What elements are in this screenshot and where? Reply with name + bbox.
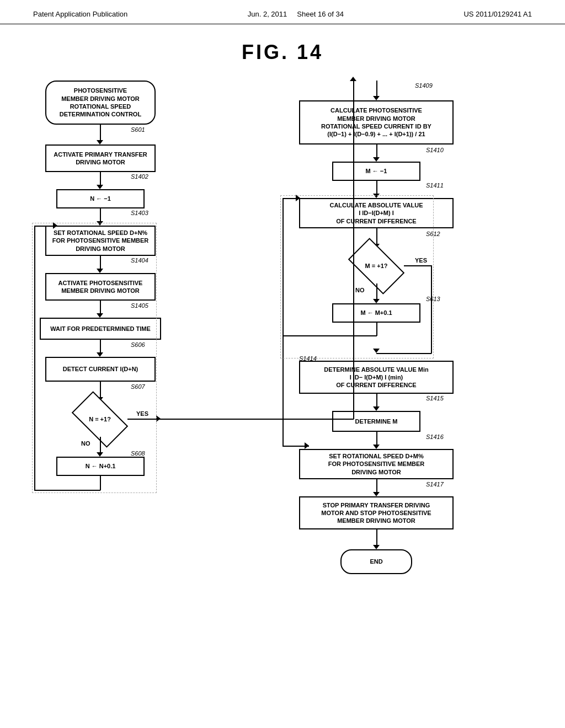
- arrowhead-s1416-s1417: [373, 492, 380, 496]
- header-date: Jun. 2, 2011: [248, 10, 287, 18]
- arrowhead-yes-s607-up: [350, 77, 356, 81]
- box-s1409: CALCULATE PHOTOSENSITIVEMEMBER DRIVING M…: [299, 100, 454, 144]
- arrow-top-s1409: [376, 81, 377, 97]
- arrowhead-s1414-s1415: [373, 406, 380, 411]
- header-sheet: Sheet 16 of 34: [297, 10, 344, 18]
- box-s1414: DETERMINE ABSOLUTE VALUE MinI ID− I(D+M)…: [299, 361, 454, 394]
- box-n-assign: N ← −1: [56, 189, 145, 208]
- label-s1416: S1416: [426, 433, 444, 440]
- label-s1415: S1415: [426, 395, 444, 402]
- box-s1415: DETERMINE M: [332, 411, 420, 432]
- label-s601: S601: [131, 126, 145, 133]
- figure-title: FIG. 14: [0, 41, 565, 64]
- header-right: US 2011/0129241 A1: [463, 10, 532, 18]
- arrowhead-rloop: [305, 442, 309, 449]
- diagram-container: PHOTOSENSITIVEMEMBER DRIVING MOTORROTATI…: [29, 75, 536, 709]
- header-center: Jun. 2, 2011 Sheet 16 of 34: [248, 10, 344, 18]
- header-left: Patent Application Publication: [33, 10, 127, 18]
- end-box: END: [340, 549, 412, 574]
- arrow-n-s1403: [100, 208, 101, 222]
- label-s1410: S1410: [426, 147, 444, 153]
- arrow-s1417-end: [376, 529, 377, 546]
- arrow-start-s601: [100, 125, 101, 141]
- box-s1417: STOP PRIMARY TRANSFER DRIVINGMOTOR AND S…: [299, 496, 454, 529]
- arrow-yes-s607-up: [353, 81, 354, 419]
- arrowhead-s1417-end: [373, 545, 380, 549]
- arrow-yes-s607-right: [127, 419, 354, 420]
- arrow-s1415-s1416: [376, 432, 377, 446]
- arrowhead-s1409-s1410: [373, 157, 380, 162]
- box-m-assign: M ← −1: [332, 162, 420, 181]
- arrowhead-s1415-s1416: [373, 445, 380, 449]
- arrow-s601-s1402: [100, 172, 101, 186]
- loop-border: [32, 223, 157, 493]
- right-loop-border: [280, 195, 434, 358]
- arrow-s1409-s1410: [376, 144, 377, 158]
- arrow-s1416-s1417: [376, 479, 377, 493]
- arrow-s1414-s1415: [376, 394, 377, 408]
- page-header: Patent Application Publication Jun. 2, 2…: [0, 0, 565, 24]
- arrowhead-start-s601: [97, 140, 103, 144]
- label-s1417: S1417: [426, 481, 444, 488]
- label-s1411: S1411: [426, 182, 444, 189]
- label-s1409: S1409: [415, 82, 433, 89]
- label-s1402: S1402: [131, 173, 148, 180]
- start-box: PHOTOSENSITIVEMEMBER DRIVING MOTORROTATI…: [45, 81, 156, 125]
- arrowhead-top-s1409: [373, 96, 380, 100]
- label-s1403: S1403: [131, 210, 148, 216]
- box-s601: ACTIVATE PRIMARY TRANSFERDRIVING MOTOR: [45, 144, 156, 172]
- arrowhead-s601-s1402: [97, 185, 103, 189]
- arrow-s1410-s1411: [376, 181, 377, 195]
- box-s1416: SET ROTATIONAL SPEED D+M%FOR PHOTOSENSIT…: [299, 449, 454, 479]
